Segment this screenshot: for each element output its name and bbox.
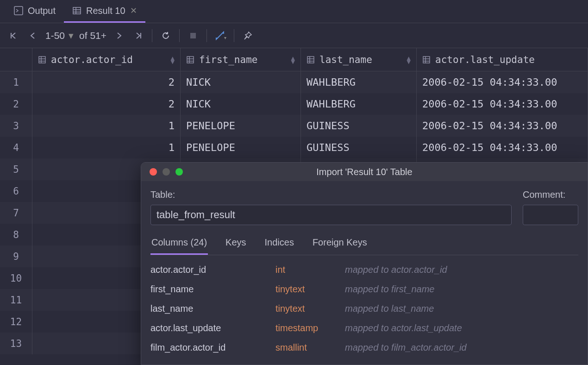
zoom-window-button[interactable]	[175, 168, 183, 176]
last-page-button[interactable]	[129, 26, 148, 45]
tab-output[interactable]: Output	[6, 0, 64, 23]
table-name-input[interactable]	[150, 205, 512, 225]
cell-first-name[interactable]: PENELOPE	[181, 137, 301, 158]
comment-input[interactable]	[523, 205, 578, 225]
columns-list: actor.actor_idintmapped to actor.actor_i…	[150, 260, 578, 357]
row-number: 4	[0, 137, 32, 158]
column-name: first_name	[150, 284, 275, 295]
tab-result-10[interactable]: Result 10 ✕	[64, 0, 145, 23]
tab-columns[interactable]: Columns (24)	[150, 233, 208, 255]
column-name: film_actor.actor_id	[150, 342, 275, 353]
toolbar-separator	[206, 29, 207, 42]
column-mapping-row[interactable]: film_actor.actor_idsmallintmapped to fil…	[150, 338, 578, 357]
table-row[interactable]: 22NICKWAHLBERG2006-02-15 04:34:33.00	[0, 93, 588, 115]
column-mapping: mapped to actor.last_update	[345, 323, 462, 334]
dialog-title: Import 'Result 10' Table	[141, 167, 588, 177]
row-number: 6	[0, 180, 32, 202]
column-type: tinytext	[275, 284, 345, 295]
cell-last-name[interactable]: GUINESS	[301, 115, 417, 137]
play-console-icon	[14, 6, 23, 15]
column-mapping: mapped to first_name	[345, 284, 434, 295]
column-header-last-name[interactable]: last_name ▲▼	[301, 48, 417, 71]
cell-last-update[interactable]: 2006-02-15 04:34:33.00	[417, 115, 588, 137]
column-name: actor.actor_id	[150, 264, 275, 275]
cell-last-name[interactable]: WAHLBERG	[301, 93, 417, 115]
column-mapping-row[interactable]: actor.last_updatetimestampmapped to acto…	[150, 318, 578, 338]
tab-indices[interactable]: Indices	[264, 233, 295, 255]
row-number: 5	[0, 158, 32, 180]
cell-last-update[interactable]: 2006-02-15 04:34:33.00	[417, 71, 588, 93]
svg-rect-15	[307, 57, 314, 63]
cell-actor-id[interactable]: 2	[32, 71, 181, 93]
column-mapping-row[interactable]: first_nametinytextmapped to first_name	[150, 279, 578, 299]
svg-rect-7	[39, 57, 45, 63]
tab-label: Output	[28, 6, 56, 16]
row-number: 7	[0, 202, 32, 224]
first-page-button[interactable]	[4, 26, 23, 45]
cell-actor-id[interactable]: 2	[32, 93, 181, 115]
column-header-first-name[interactable]: first_name ▲▼	[181, 48, 301, 71]
cell-first-name[interactable]: PENELOPE	[181, 115, 301, 137]
refresh-button[interactable]	[156, 26, 175, 45]
page-range-dropdown[interactable]: 1-50 ▾ of 51+	[43, 30, 109, 41]
column-mapping-row[interactable]: last_nametinytextmapped to last_name	[150, 299, 578, 318]
column-type: timestamp	[275, 323, 345, 334]
column-type: smallint	[275, 342, 345, 353]
cell-last-name[interactable]: WAHLBERG	[301, 71, 417, 93]
minimize-window-button[interactable]	[163, 168, 170, 176]
cell-last-name[interactable]: GUINESS	[301, 137, 417, 158]
close-window-button[interactable]	[150, 168, 157, 176]
column-label: actor.last_update	[435, 54, 535, 65]
cell-actor-id[interactable]: 1	[32, 137, 181, 158]
column-mapping: mapped to actor.actor_id	[345, 264, 447, 275]
row-number: 12	[0, 311, 32, 333]
cell-first-name[interactable]: NICK	[181, 71, 301, 93]
row-number: 2	[0, 93, 32, 115]
column-label: first_name	[199, 54, 257, 65]
result-toolbar: 1-50 ▾ of 51+ ▾	[0, 23, 588, 48]
chevron-down-icon: ▾	[69, 30, 74, 41]
pin-button[interactable]	[238, 26, 257, 45]
row-number: 9	[0, 245, 32, 267]
table-field-label: Table:	[150, 189, 512, 200]
column-header-actor-id[interactable]: actor.actor_id ▲▼	[32, 48, 181, 71]
column-icon	[186, 56, 194, 64]
import-table-dialog: Import 'Result 10' Table Table: Comment:…	[141, 162, 588, 365]
toolbar-separator	[152, 29, 152, 42]
table-row[interactable]: 41PENELOPEGUINESS2006-02-15 04:34:33.00	[0, 137, 588, 158]
stop-button[interactable]	[183, 26, 203, 45]
page-total-text: of 51+	[79, 30, 106, 41]
cell-last-update[interactable]: 2006-02-15 04:34:33.00	[417, 137, 588, 158]
table-row[interactable]: 12NICKWAHLBERG2006-02-15 04:34:33.00	[0, 71, 588, 93]
tab-foreign-keys[interactable]: Foreign Keys	[312, 233, 368, 255]
column-icon	[422, 56, 431, 64]
cell-last-update[interactable]: 2006-02-15 04:34:33.00	[417, 93, 588, 115]
next-page-button[interactable]	[109, 26, 129, 45]
compare-button[interactable]: ▾	[211, 26, 230, 45]
column-mapping: mapped to last_name	[345, 303, 434, 314]
toolbar-separator	[179, 29, 180, 42]
tab-keys[interactable]: Keys	[225, 233, 247, 255]
column-name: actor.last_update	[150, 323, 275, 334]
dialog-titlebar[interactable]: Import 'Result 10' Table	[141, 163, 588, 181]
window-controls	[141, 168, 183, 176]
sort-indicator-icon: ▲▼	[407, 56, 411, 63]
row-number: 3	[0, 115, 32, 137]
toolbar-separator	[234, 29, 234, 42]
column-type: int	[275, 264, 345, 275]
cell-first-name[interactable]: NICK	[181, 93, 301, 115]
table-header-row: actor.actor_id ▲▼ first_name ▲▼ last_nam…	[0, 48, 588, 71]
row-number: 11	[0, 289, 32, 311]
table-row[interactable]: 31PENELOPEGUINESS2006-02-15 04:34:33.00	[0, 115, 588, 137]
svg-line-6	[217, 32, 223, 39]
sort-indicator-icon: ▲▼	[171, 56, 175, 63]
cell-actor-id[interactable]: 1	[32, 115, 181, 137]
column-mapping-row[interactable]: actor.actor_idintmapped to actor.actor_i…	[150, 260, 578, 279]
row-number: 10	[0, 267, 32, 289]
prev-page-button[interactable]	[23, 26, 43, 45]
svg-rect-5	[190, 33, 196, 38]
column-name: last_name	[150, 303, 275, 314]
column-header-last-update[interactable]: actor.last_update	[417, 48, 588, 71]
svg-rect-1	[73, 7, 81, 14]
close-icon[interactable]: ✕	[130, 6, 137, 16]
